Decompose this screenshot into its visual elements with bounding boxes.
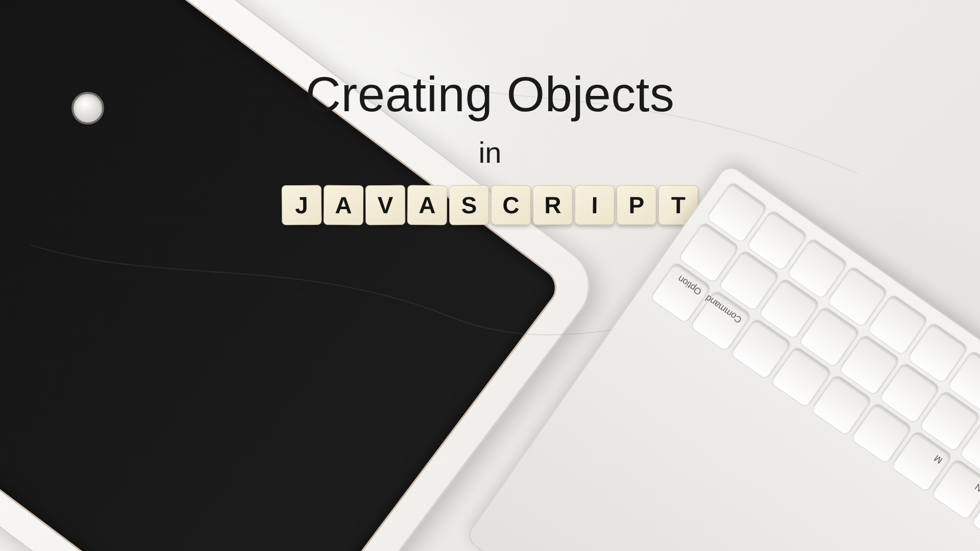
keyboard-key-grid: Option Command M N B J H: [650, 183, 980, 551]
tile: C: [491, 185, 531, 225]
title-block: Creating Objects in: [184, 69, 796, 167]
tile: I: [575, 185, 615, 226]
tile: P: [617, 185, 656, 225]
tile: A: [407, 185, 448, 226]
scrabble-tiles-row: J A V A S C R I P T: [282, 185, 698, 225]
title-sub: in: [184, 138, 796, 167]
tile: J: [282, 185, 322, 226]
scene-stage: Creating Objects in J A V A S C R I P T: [0, 0, 980, 551]
tile: V: [365, 185, 405, 225]
tablet-home-button: [71, 92, 104, 124]
tile: R: [533, 185, 573, 226]
tile: A: [324, 185, 364, 226]
title-main: Creating Objects: [184, 69, 796, 120]
tile: S: [449, 185, 489, 226]
